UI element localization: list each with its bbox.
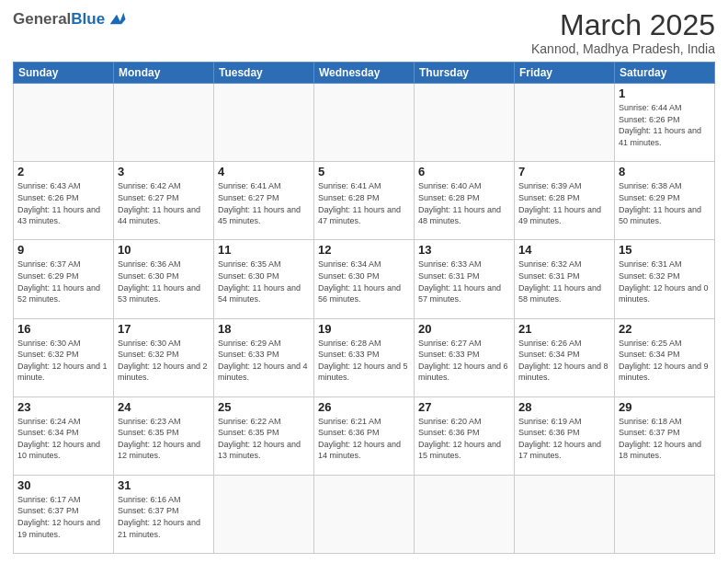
calendar-cell: 17Sunrise: 6:30 AMSunset: 6:32 PMDayligh… <box>114 318 214 396</box>
calendar-cell <box>214 84 314 162</box>
day-info: Sunrise: 6:43 AMSunset: 6:26 PMDaylight:… <box>17 180 109 226</box>
weekday-header-saturday: Saturday <box>615 63 715 84</box>
calendar-cell: 26Sunrise: 6:21 AMSunset: 6:36 PMDayligh… <box>314 396 415 475</box>
day-number: 9 <box>17 243 109 257</box>
day-info: Sunrise: 6:24 AMSunset: 6:34 PMDaylight:… <box>17 416 109 462</box>
day-number: 30 <box>17 478 109 492</box>
calendar-cell <box>415 475 515 553</box>
calendar-cell: 5Sunrise: 6:41 AMSunset: 6:28 PMDaylight… <box>314 162 415 240</box>
calendar-cell: 7Sunrise: 6:39 AMSunset: 6:28 PMDaylight… <box>515 162 615 240</box>
day-info: Sunrise: 6:21 AMSunset: 6:36 PMDaylight:… <box>318 416 410 462</box>
weekday-header-tuesday: Tuesday <box>214 63 314 84</box>
calendar-cell: 18Sunrise: 6:29 AMSunset: 6:33 PMDayligh… <box>214 318 314 396</box>
day-info: Sunrise: 6:30 AMSunset: 6:32 PMDaylight:… <box>17 338 109 384</box>
day-info: Sunrise: 6:23 AMSunset: 6:35 PMDaylight:… <box>118 416 210 462</box>
day-number: 22 <box>619 322 711 336</box>
day-info: Sunrise: 6:20 AMSunset: 6:36 PMDaylight:… <box>418 416 510 462</box>
day-number: 25 <box>218 400 310 414</box>
day-info: Sunrise: 6:27 AMSunset: 6:33 PMDaylight:… <box>418 338 510 384</box>
logo: GeneralBlue <box>13 9 127 29</box>
location: Kannod, Madhya Pradesh, India <box>531 41 715 56</box>
day-number: 31 <box>118 478 210 492</box>
calendar-cell <box>114 84 214 162</box>
day-info: Sunrise: 6:31 AMSunset: 6:32 PMDaylight:… <box>619 259 711 304</box>
day-info: Sunrise: 6:32 AMSunset: 6:31 PMDaylight:… <box>518 259 610 304</box>
calendar-cell: 6Sunrise: 6:40 AMSunset: 6:28 PMDaylight… <box>415 162 515 240</box>
day-number: 28 <box>518 400 610 414</box>
calendar-cell: 20Sunrise: 6:27 AMSunset: 6:33 PMDayligh… <box>415 318 515 396</box>
day-info: Sunrise: 6:33 AMSunset: 6:31 PMDaylight:… <box>418 259 510 304</box>
calendar-cell <box>615 475 715 553</box>
day-number: 26 <box>318 400 410 414</box>
day-info: Sunrise: 6:39 AMSunset: 6:28 PMDaylight:… <box>518 180 610 226</box>
day-number: 20 <box>418 322 510 336</box>
calendar-cell: 2Sunrise: 6:43 AMSunset: 6:26 PMDaylight… <box>14 162 114 240</box>
day-info: Sunrise: 6:22 AMSunset: 6:35 PMDaylight:… <box>218 416 310 462</box>
calendar-cell: 29Sunrise: 6:18 AMSunset: 6:37 PMDayligh… <box>615 396 715 475</box>
day-number: 5 <box>318 165 410 178</box>
calendar-cell: 1Sunrise: 6:44 AMSunset: 6:26 PMDaylight… <box>615 84 715 162</box>
calendar-cell: 14Sunrise: 6:32 AMSunset: 6:31 PMDayligh… <box>515 240 615 318</box>
day-number: 11 <box>218 243 310 257</box>
day-number: 17 <box>118 322 210 336</box>
day-info: Sunrise: 6:19 AMSunset: 6:36 PMDaylight:… <box>518 416 610 462</box>
day-info: Sunrise: 6:30 AMSunset: 6:32 PMDaylight:… <box>118 338 210 384</box>
day-number: 29 <box>619 400 711 414</box>
calendar-cell: 23Sunrise: 6:24 AMSunset: 6:34 PMDayligh… <box>14 396 114 475</box>
day-info: Sunrise: 6:40 AMSunset: 6:28 PMDaylight:… <box>418 180 510 226</box>
day-number: 18 <box>218 322 310 336</box>
day-number: 1 <box>619 86 711 100</box>
day-info: Sunrise: 6:26 AMSunset: 6:34 PMDaylight:… <box>518 338 610 384</box>
day-info: Sunrise: 6:25 AMSunset: 6:34 PMDaylight:… <box>619 338 711 384</box>
weekday-header-thursday: Thursday <box>415 63 515 84</box>
calendar-cell: 25Sunrise: 6:22 AMSunset: 6:35 PMDayligh… <box>214 396 314 475</box>
calendar-cell: 19Sunrise: 6:28 AMSunset: 6:33 PMDayligh… <box>314 318 415 396</box>
day-info: Sunrise: 6:36 AMSunset: 6:30 PMDaylight:… <box>118 259 210 304</box>
calendar-header: SundayMondayTuesdayWednesdayThursdayFrid… <box>14 63 715 84</box>
day-number: 14 <box>518 243 610 257</box>
calendar-cell: 24Sunrise: 6:23 AMSunset: 6:35 PMDayligh… <box>114 396 214 475</box>
day-info: Sunrise: 6:41 AMSunset: 6:28 PMDaylight:… <box>318 180 410 226</box>
day-number: 3 <box>118 165 210 178</box>
calendar-cell <box>214 475 314 553</box>
day-info: Sunrise: 6:35 AMSunset: 6:30 PMDaylight:… <box>218 259 310 304</box>
weekday-header-friday: Friday <box>515 63 615 84</box>
calendar-cell <box>314 475 415 553</box>
day-info: Sunrise: 6:18 AMSunset: 6:37 PMDaylight:… <box>619 416 711 462</box>
logo-general-text: General <box>13 10 71 29</box>
calendar-cell <box>415 84 515 162</box>
calendar-cell: 12Sunrise: 6:34 AMSunset: 6:30 PMDayligh… <box>314 240 415 318</box>
calendar-cell <box>14 84 114 162</box>
day-number: 6 <box>418 165 510 178</box>
calendar-cell: 28Sunrise: 6:19 AMSunset: 6:36 PMDayligh… <box>515 396 615 475</box>
calendar-cell: 21Sunrise: 6:26 AMSunset: 6:34 PMDayligh… <box>515 318 615 396</box>
day-info: Sunrise: 6:44 AMSunset: 6:26 PMDaylight:… <box>619 102 711 148</box>
day-number: 8 <box>619 165 711 178</box>
calendar-table: SundayMondayTuesdayWednesdayThursdayFrid… <box>13 62 715 554</box>
day-number: 7 <box>518 165 610 178</box>
day-info: Sunrise: 6:37 AMSunset: 6:29 PMDaylight:… <box>17 259 109 304</box>
calendar-cell: 8Sunrise: 6:38 AMSunset: 6:29 PMDaylight… <box>615 162 715 240</box>
day-number: 21 <box>518 322 610 336</box>
day-number: 2 <box>17 165 109 178</box>
logo-bird-icon <box>107 9 127 29</box>
calendar-cell: 4Sunrise: 6:41 AMSunset: 6:27 PMDaylight… <box>214 162 314 240</box>
calendar-cell: 31Sunrise: 6:16 AMSunset: 6:37 PMDayligh… <box>114 475 214 553</box>
day-number: 27 <box>418 400 510 414</box>
calendar-cell: 10Sunrise: 6:36 AMSunset: 6:30 PMDayligh… <box>114 240 214 318</box>
day-info: Sunrise: 6:42 AMSunset: 6:27 PMDaylight:… <box>118 180 210 226</box>
header: GeneralBlue March 2025 Kannod, Madhya Pr… <box>13 9 715 56</box>
page: GeneralBlue March 2025 Kannod, Madhya Pr… <box>0 0 728 563</box>
day-info: Sunrise: 6:41 AMSunset: 6:27 PMDaylight:… <box>218 180 310 226</box>
title-block: March 2025 Kannod, Madhya Pradesh, India <box>531 9 715 56</box>
calendar-cell <box>515 84 615 162</box>
calendar-cell: 3Sunrise: 6:42 AMSunset: 6:27 PMDaylight… <box>114 162 214 240</box>
day-info: Sunrise: 6:16 AMSunset: 6:37 PMDaylight:… <box>118 494 210 540</box>
calendar-cell: 13Sunrise: 6:33 AMSunset: 6:31 PMDayligh… <box>415 240 515 318</box>
weekday-header-wednesday: Wednesday <box>314 63 415 84</box>
day-number: 15 <box>619 243 711 257</box>
weekday-header-monday: Monday <box>114 63 214 84</box>
day-info: Sunrise: 6:34 AMSunset: 6:30 PMDaylight:… <box>318 259 410 304</box>
month-title: March 2025 <box>531 9 715 41</box>
weekday-header-sunday: Sunday <box>14 63 114 84</box>
